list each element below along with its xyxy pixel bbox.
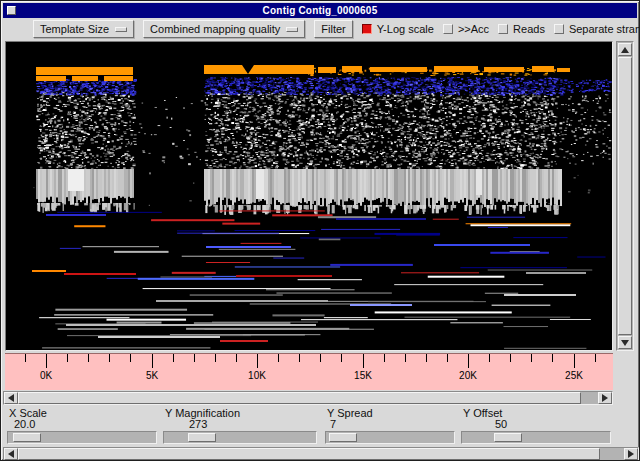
y-magnification-track[interactable] [163,431,317,444]
template-display-area [5,41,613,351]
scroll-right-arrow[interactable] [624,448,638,460]
ruler-tick [215,354,216,362]
ruler-tick [257,354,258,368]
canvas-horizontal-scrollbar[interactable] [3,391,613,405]
filter-button[interactable]: Filter [314,20,352,38]
left-triangle-icon [8,394,14,402]
checkbox-indicator-icon [498,24,508,34]
scrollbar-thumb[interactable] [18,392,581,404]
checkbox-label: Y-Log scale [377,23,434,35]
filter-button-label: Filter [321,23,345,35]
vertical-scrollbar[interactable] [616,41,634,351]
ruler-tick [384,354,385,362]
ruler-tick [278,354,279,362]
ruler-tick-label: 0K [40,370,52,381]
y-offset-control: Y Offset 50 [459,406,613,446]
y-spread-track[interactable] [325,431,455,444]
ruler-tick [152,354,153,368]
y-offset-track[interactable] [461,431,611,444]
scroll-down-arrow[interactable] [618,336,632,349]
ruler-tick [299,354,300,362]
checkbox-acc[interactable]: >>Acc [443,23,489,35]
scrollbar-thumb[interactable] [18,448,600,460]
left-triangle-icon [8,450,14,458]
template-size-label: Template Size [40,23,109,35]
scroll-up-arrow[interactable] [618,43,632,56]
ruler-tick [468,354,469,368]
bottom-scrollbar[interactable] [3,447,639,461]
ruler-tick-label: 20K [459,370,477,381]
scale-value: 50 [495,418,507,430]
ruler-tick-label: 25K [565,370,583,381]
ruler-tick [447,354,448,362]
menu-indicator-icon [286,27,298,32]
checkbox-label: Separate strands [569,23,640,35]
ruler-tick [552,354,553,362]
ruler-tick [194,354,195,362]
scroll-left-arrow[interactable] [4,392,18,404]
scale-value: 273 [189,418,207,430]
ruler-tick [320,354,321,362]
ruler-tick [25,354,26,362]
scale-controls-panel: X Scale 20.0 Y Magnification 273 Y Sprea… [1,406,640,446]
ruler-tick [46,354,47,368]
scrollbar-trough[interactable] [18,392,598,404]
checkbox-label: >>Acc [458,23,489,35]
ruler-tick [426,354,427,362]
template-size-menubutton[interactable]: Template Size [33,20,134,38]
window-menu-icon[interactable] [7,6,16,15]
window-title: Contig Contig_0000605 [263,5,378,16]
checkbox-y-log-scale[interactable]: Y-Log scale [362,23,434,35]
ruler-tick [363,354,364,368]
ruler-tick [341,354,342,362]
checkbox-label: Reads [513,23,545,35]
down-triangle-icon [621,340,629,346]
ruler-tick-label: 15K [354,370,372,381]
scale-value: 7 [330,418,336,430]
ruler-tick [88,354,89,362]
mapping-quality-label: Combined mapping quality [150,23,280,35]
checkbox-separate-strands[interactable]: Separate strands [554,23,640,35]
ruler-tick-label: 10K [248,370,266,381]
position-ruler: 0K5K10K15K20K25K [5,353,613,390]
checkbox-reads[interactable]: Reads [498,23,545,35]
y-magnification-control: Y Magnification 273 [161,406,319,446]
scrollbar-trough[interactable] [18,448,624,460]
x-scale-control: X Scale 20.0 [5,406,159,446]
title-bar: Contig Contig_0000605 [3,3,637,18]
ruler-tick [405,354,406,362]
ruler-tick [510,354,511,362]
scroll-left-arrow[interactable] [4,448,18,460]
up-triangle-icon [621,47,629,53]
checkbox-indicator-icon [443,24,453,34]
template-display-canvas[interactable] [6,42,612,350]
ruler-tick [489,354,490,362]
vertical-scrollbar-thumb[interactable] [618,57,632,335]
mapping-quality-menubutton[interactable]: Combined mapping quality [143,20,305,38]
toolbar: Template Size Combined mapping quality F… [3,18,637,40]
y-offset-handle[interactable] [494,433,522,442]
ruler-tick [173,354,174,362]
x-scale-track[interactable] [7,431,157,444]
ruler-tick [130,354,131,362]
scale-value: 20.0 [14,418,35,430]
ruler-tick [67,354,68,362]
checkbox-indicator-icon [362,24,372,34]
y-spread-handle[interactable] [329,433,357,442]
ruler-tick [236,354,237,362]
y-magnification-handle[interactable] [188,433,216,442]
ruler-tick [574,354,575,368]
x-scale-handle[interactable] [13,433,41,442]
y-spread-control: Y Spread 7 [323,406,457,446]
ruler-tick [595,354,596,362]
menu-indicator-icon [115,27,127,32]
right-triangle-icon [628,450,634,458]
contig-window: Contig Contig_0000605 Template Size Comb… [0,0,640,461]
ruler-tick [531,354,532,362]
ruler-tick [109,354,110,362]
scroll-right-arrow[interactable] [598,392,612,404]
ruler-tick-label: 5K [146,370,158,381]
right-triangle-icon [602,394,608,402]
checkbox-indicator-icon [554,24,564,34]
